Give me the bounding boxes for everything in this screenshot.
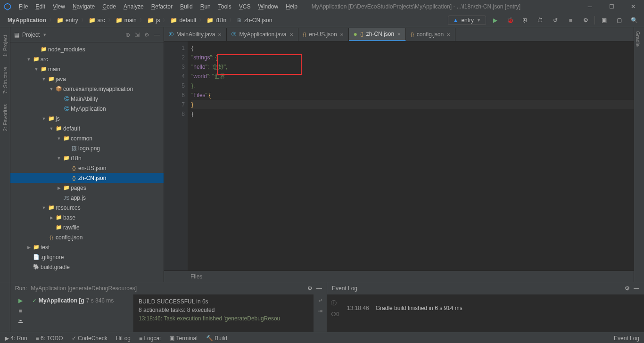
tree-node[interactable]: {}en-US.json — [10, 163, 164, 173]
todo-tab[interactable]: ≡ 6: TODO — [36, 335, 63, 342]
side-tab-favorites[interactable]: 2: Favorites — [1, 101, 9, 134]
run-output[interactable]: BUILD SUCCESSFUL in 6s 8 actionable task… — [134, 294, 314, 332]
editor-tab[interactable]: {}en-US.json✕ — [298, 28, 349, 41]
breadcrumb-item[interactable]: MyApplication — [4, 16, 48, 24]
clear-icon[interactable]: ⌫ — [331, 311, 342, 318]
gear-icon[interactable]: ⚙ — [307, 285, 313, 292]
menu-code[interactable]: Code — [99, 2, 119, 11]
editor-breadcrumb[interactable]: Files — [164, 270, 634, 282]
editor-tab[interactable]: ⒸMyApplication.java✕ — [227, 28, 298, 41]
menu-tools[interactable]: Tools — [215, 2, 234, 11]
tree-node[interactable]: ▼📁resources — [10, 203, 164, 212]
debug-button[interactable]: 🐞 — [504, 15, 516, 26]
tree-node[interactable]: ▼📁main — [10, 64, 164, 74]
breadcrumb-item[interactable]: 📁src — [87, 16, 107, 24]
codecheck-tab[interactable]: ✓ CodeCheck — [72, 335, 107, 342]
breadcrumb-item[interactable]: 📁main — [114, 16, 139, 24]
tree-node[interactable]: ▼📁src — [10, 54, 164, 64]
coverage-button[interactable]: ⛨ — [519, 15, 531, 26]
project-panel-title[interactable]: Project — [22, 32, 40, 38]
breadcrumb-item[interactable]: 📁entry — [55, 16, 80, 24]
run-tab[interactable]: ▶ 4: Run — [5, 335, 27, 342]
side-tab-structure[interactable]: 7: Structure — [1, 64, 9, 97]
stop-button[interactable]: ■ — [564, 15, 577, 26]
gear-icon[interactable]: ⚙ — [144, 32, 149, 38]
hilog-tab[interactable]: HiLog — [116, 335, 131, 342]
tree-node[interactable]: ▼📁i18n — [10, 153, 164, 163]
tree-node[interactable]: 🐘build.gradle — [10, 262, 164, 272]
soft-wrap-icon[interactable]: ⤶ — [318, 297, 322, 304]
code-editor[interactable]: 12345678 { "strings": { "hello": "您好", "… — [164, 41, 634, 270]
menu-build[interactable]: Build — [177, 2, 196, 11]
minimize-button[interactable]: ─ — [579, 0, 601, 13]
tree-node[interactable]: ⒸMyApplication — [10, 104, 164, 114]
hide-panel-icon[interactable]: — — [634, 285, 639, 292]
menu-navigate[interactable]: Navigate — [70, 2, 98, 11]
menu-window[interactable]: Window — [255, 2, 281, 11]
code-content[interactable]: { "strings": { "hello": "您好", "world": "… — [188, 41, 634, 270]
close-tab-icon[interactable]: ✕ — [340, 32, 344, 37]
breadcrumb-item[interactable]: 🗎zh-CN.json — [235, 16, 274, 24]
locate-icon[interactable]: ⊕ — [125, 32, 130, 38]
menu-vcs[interactable]: VCS — [236, 2, 254, 11]
expand-icon[interactable]: ⇲ — [135, 32, 140, 38]
search-icon[interactable]: 🔍 — [628, 15, 640, 26]
menu-edit[interactable]: Edit — [33, 2, 48, 11]
menu-help[interactable]: Help — [283, 2, 300, 11]
gradle-tab[interactable]: Gradle — [634, 27, 642, 50]
menu-analyze[interactable]: Analyze — [121, 2, 147, 11]
close-tab-icon[interactable]: ✕ — [446, 32, 450, 37]
side-tab-project[interactable]: 1: Project — [1, 32, 9, 59]
run-tree[interactable]: ✓ MyApplication [g 7 s 346 ms — [30, 294, 134, 332]
editor-tab[interactable]: {}config.json✕ — [406, 28, 455, 41]
tree-node[interactable]: ▼📁js — [10, 114, 164, 123]
tree-node[interactable]: ▼📁default — [10, 123, 164, 133]
tree-node[interactable]: 📁rawfile — [10, 222, 164, 232]
menu-file[interactable]: File — [16, 2, 31, 11]
build-tab[interactable]: 🔨 Build — [206, 335, 227, 342]
tree-node[interactable]: 📁node_modules — [10, 44, 164, 54]
run-button[interactable]: ▶ — [489, 15, 501, 26]
menu-view[interactable]: View — [50, 2, 68, 11]
tree-node[interactable]: ▼📁java — [10, 74, 164, 84]
hide-panel-icon[interactable]: — — [316, 285, 322, 292]
tree-node[interactable]: ▶📁base — [10, 212, 164, 222]
scroll-icon[interactable]: ⇥ — [318, 308, 322, 314]
rerun-icon[interactable]: ▶ — [18, 297, 23, 304]
logcat-tab[interactable]: ≡ Logcat — [139, 335, 161, 342]
info-icon[interactable]: ⓘ — [331, 299, 342, 307]
preview-icon[interactable]: ▢ — [613, 15, 625, 26]
terminal-tab[interactable]: ▣ Terminal — [169, 335, 197, 342]
event-log-tab[interactable]: Event Log — [614, 335, 639, 342]
stop-icon[interactable]: ■ — [18, 308, 22, 314]
tree-node[interactable]: 🖼logo.png — [10, 143, 164, 153]
editor-tab[interactable]: ⒸMainAbility.java✕ — [164, 28, 227, 41]
tree-node[interactable]: {}zh-CN.json — [10, 173, 164, 183]
tree-node[interactable]: {}config.json — [10, 232, 164, 242]
run-config-selector[interactable]: ▲ entry ▼ — [448, 16, 487, 25]
close-tab-icon[interactable]: ✕ — [289, 32, 293, 37]
tree-node[interactable]: JSapp.js — [10, 193, 164, 203]
menu-run[interactable]: Run — [198, 2, 214, 11]
tree-node[interactable]: 📄.gitignore — [10, 252, 164, 262]
breadcrumb-item[interactable]: 📁default — [168, 16, 198, 24]
tree-node[interactable]: ⒸMainAbility — [10, 94, 164, 104]
device-icon[interactable]: ▣ — [598, 15, 610, 26]
filter-icon[interactable]: ⏏ — [18, 318, 23, 325]
project-tree[interactable]: 📁node_modules▼📁src▼📁main▼📁java▼📦com.exam… — [10, 42, 164, 282]
close-tab-icon[interactable]: ✕ — [218, 32, 222, 37]
maximize-button[interactable]: ☐ — [601, 0, 622, 13]
tree-node[interactable]: ▶📁pages — [10, 183, 164, 193]
tree-node[interactable]: ▶📁test — [10, 242, 164, 252]
profile-button[interactable]: ⏱ — [534, 15, 546, 26]
tree-node[interactable]: ▼📦com.example.myapplication — [10, 84, 164, 94]
menu-refactor[interactable]: Refactor — [149, 2, 175, 11]
dropdown-arrow-icon[interactable]: ▼ — [42, 33, 47, 37]
close-button[interactable]: ✕ — [622, 0, 644, 13]
tree-node[interactable]: ▼📁common — [10, 133, 164, 143]
attach-button[interactable]: ↺ — [549, 15, 561, 26]
editor-tab[interactable]: ●{}zh-CN.json✕ — [349, 28, 406, 41]
hide-panel-icon[interactable]: — — [154, 32, 160, 38]
gear-icon[interactable]: ⚙ — [625, 285, 630, 292]
settings-icon[interactable]: ⚙ — [579, 15, 592, 26]
